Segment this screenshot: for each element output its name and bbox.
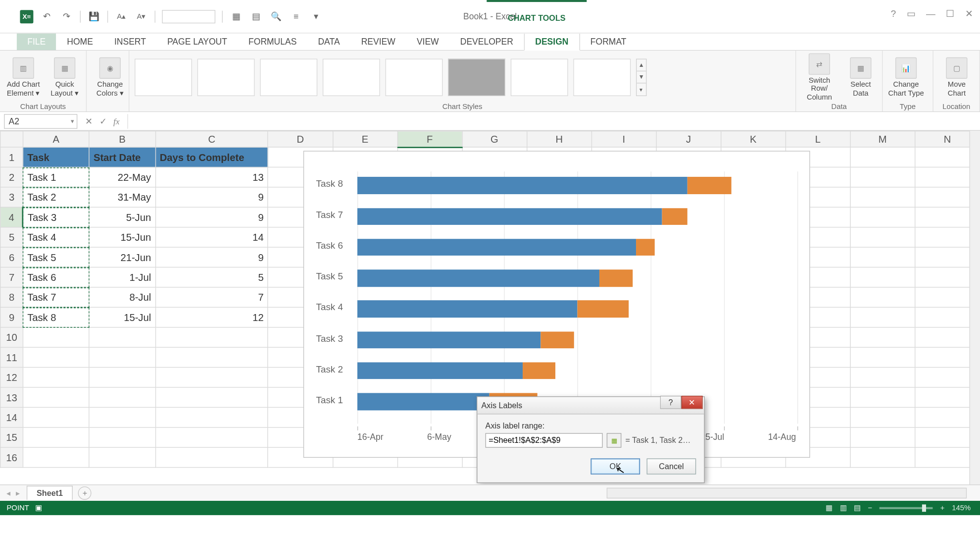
cell[interactable] [850,187,915,207]
cell[interactable]: Task [23,147,89,167]
chart-styles-gallery[interactable]: ▲▼▾ [135,54,790,101]
insert-function-icon[interactable]: fx [113,116,120,127]
cell[interactable] [155,387,268,407]
cell[interactable] [850,347,915,367]
cell[interactable] [89,327,155,347]
row-header[interactable]: 11 [0,347,23,367]
zoom-slider[interactable] [880,507,933,509]
sheet-nav-next[interactable]: ▸ [16,488,20,497]
cell[interactable]: 8-Jul [89,287,155,307]
cell[interactable] [89,387,155,407]
font-increase-button[interactable]: A▴ [115,10,128,23]
row-header[interactable]: 6 [0,247,23,267]
cell[interactable]: 31-May [89,187,155,207]
cell[interactable] [155,447,268,467]
change-colors-button[interactable]: ◉Change Colors ▾ [92,57,128,96]
qat-icon-5[interactable]: ▾ [309,10,323,23]
cell[interactable] [850,447,915,467]
cell[interactable]: Task 1 [23,167,89,187]
zoom-in-button[interactable]: + [940,503,945,511]
qat-icon-2[interactable]: ▤ [249,10,263,23]
cell[interactable] [23,407,89,427]
row-header[interactable]: 1 [0,147,23,167]
cell[interactable] [89,447,155,467]
cell[interactable]: Start Date [89,147,155,167]
cell[interactable] [23,387,89,407]
ribbon-display-icon[interactable]: ▭ [907,8,916,19]
cell[interactable] [850,267,915,287]
view-page-layout-icon[interactable]: ▥ [840,503,846,511]
tab-home[interactable]: HOME [56,33,104,50]
cell[interactable] [850,407,915,427]
redo-button[interactable]: ↷ [60,10,73,23]
column-header[interactable]: G [462,131,527,147]
cell[interactable] [23,347,89,367]
tab-data[interactable]: DATA [307,33,350,50]
cell[interactable] [850,147,915,167]
row-header[interactable]: 16 [0,447,23,467]
select-data-button[interactable]: ▦Select Data [843,57,879,96]
zoom-out-button[interactable]: − [868,503,873,511]
cell[interactable]: Task 6 [23,267,89,287]
maximize-button[interactable]: ☐ [946,8,955,19]
tab-view[interactable]: VIEW [406,33,449,50]
row-header[interactable]: 15 [0,428,23,447]
tab-format[interactable]: FORMAT [580,33,637,50]
column-header[interactable]: D [268,131,333,147]
cell[interactable] [155,347,268,367]
vertical-scrollbar[interactable] [970,131,980,484]
qat-combo[interactable] [162,10,215,23]
sheet-tab-sheet1[interactable]: Sheet1 [27,486,73,500]
undo-button[interactable]: ↶ [40,10,53,23]
cell[interactable]: Task 7 [23,287,89,307]
cancel-button[interactable]: Cancel [647,458,696,474]
quick-layout-button[interactable]: ▦Quick Layout ▾ [47,57,83,96]
column-header[interactable]: F [397,131,462,147]
dialog-close-button[interactable]: ✕ [682,396,703,409]
cell[interactable]: Task 4 [23,227,89,247]
row-header[interactable]: 5 [0,227,23,247]
axis-label-range-input[interactable] [486,433,603,448]
cell[interactable]: 15-Jul [89,307,155,327]
chart-bar[interactable] [357,362,555,379]
column-header[interactable]: B [89,131,155,147]
cell[interactable]: 14 [155,227,268,247]
column-header[interactable]: J [656,131,721,147]
row-header[interactable]: 12 [0,368,23,387]
view-page-break-icon[interactable]: ▤ [854,503,860,511]
cell[interactable]: 21-Jun [89,247,155,267]
new-sheet-button[interactable]: + [78,486,92,499]
help-icon[interactable]: ? [891,8,896,19]
qat-icon-3[interactable]: 🔍 [269,10,283,23]
zoom-level[interactable]: 145% [952,503,971,511]
cell[interactable]: Task 5 [23,247,89,267]
cell[interactable] [23,428,89,447]
cell[interactable] [850,207,915,227]
chart-bar[interactable] [357,239,654,256]
cell[interactable]: 1-Jul [89,267,155,287]
cell[interactable] [850,227,915,247]
tab-insert[interactable]: INSERT [103,33,156,50]
cancel-formula-icon[interactable]: ✕ [85,116,93,127]
cell[interactable] [850,368,915,387]
change-chart-type-button[interactable]: 📊Change Chart Type [888,57,924,96]
cell[interactable]: 15-Jun [89,227,155,247]
cell[interactable] [850,327,915,347]
switch-row-column-button[interactable]: ⇄Switch Row/ Column [801,54,837,101]
cell[interactable] [850,167,915,187]
row-header[interactable]: 14 [0,407,23,427]
row-header[interactable]: 10 [0,327,23,347]
cell[interactable] [89,407,155,427]
cell[interactable]: Task 2 [23,187,89,207]
row-header[interactable]: 2 [0,167,23,187]
macro-record-icon[interactable]: ▣ [35,503,42,511]
collapse-dialog-icon[interactable]: ▦ [607,433,622,448]
close-button[interactable]: ✕ [965,8,973,19]
column-header[interactable]: C [155,131,268,147]
cell[interactable]: 22-May [89,167,155,187]
cell[interactable]: 7 [155,287,268,307]
cell[interactable] [850,387,915,407]
cell[interactable]: Task 3 [23,207,89,227]
cell[interactable]: Task 8 [23,307,89,327]
cell[interactable] [850,247,915,267]
